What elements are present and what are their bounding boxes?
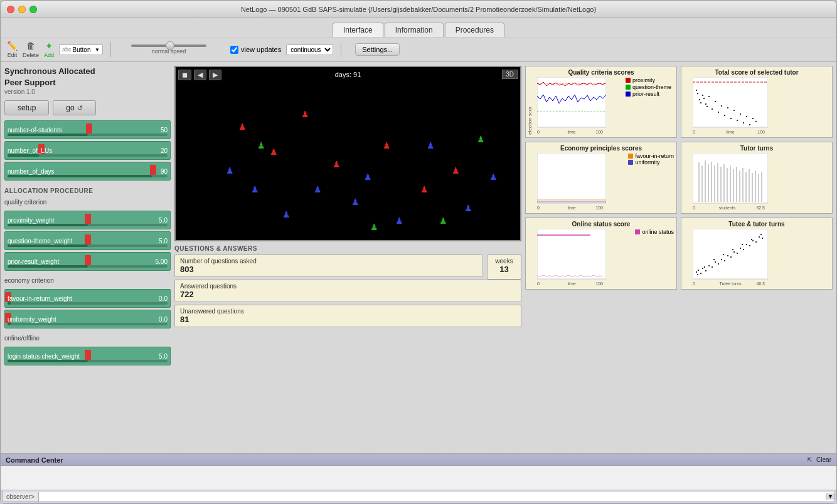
- go-button[interactable]: go ↺: [53, 100, 95, 115]
- add-button[interactable]: + Add: [44, 41, 54, 58]
- economy-label: economy criterion: [4, 277, 171, 284]
- tab-information[interactable]: Information: [385, 23, 444, 37]
- agent: ♟: [333, 159, 341, 169]
- num-questions-label: Number of questions asked: [180, 258, 477, 265]
- speed-slider[interactable]: [131, 45, 206, 47]
- delete-button[interactable]: 🗑 Delete: [23, 41, 39, 58]
- total-score-content: 275 0 0 time 100: [684, 77, 829, 135]
- svg-rect-96: [721, 259, 722, 260]
- answered-value: 722: [180, 290, 516, 299]
- svg-text:time: time: [567, 206, 575, 209]
- tab-interface[interactable]: Interface: [333, 23, 383, 37]
- edit-icon: ✏️: [7, 41, 18, 51]
- command-header: Command Center ⇱ Clear: [1, 454, 836, 466]
- economy-chart: Economy principles scores 25 0 0 time: [525, 142, 677, 214]
- toolbar-separator-2: [341, 42, 341, 57]
- minimize-button[interactable]: [18, 6, 26, 13]
- weeks-label: weeks: [493, 258, 516, 265]
- top-charts-row: Quality criteria scores election scor 55: [525, 66, 833, 138]
- svg-rect-91: [705, 270, 706, 271]
- continuous-select[interactable]: continuous: [286, 45, 333, 55]
- add-icon: +: [46, 41, 51, 51]
- svg-text:100: 100: [757, 130, 765, 134]
- legend-uniformity: uniformity: [628, 159, 674, 165]
- svg-rect-28: [737, 120, 738, 121]
- control-buttons: setup go ↺: [4, 100, 171, 115]
- quality-legend: proximity question-theme prior-result: [626, 77, 671, 135]
- weeks-value: 13: [493, 265, 516, 274]
- svg-text:time: time: [567, 281, 575, 285]
- traffic-lights: [7, 6, 37, 13]
- qa-title: QUESTIONS & ANSWERS: [174, 245, 521, 252]
- speed-thumb[interactable]: [166, 41, 174, 50]
- agent: ♟: [452, 165, 460, 176]
- tabs-bar: Interface Information Procedures: [1, 18, 836, 37]
- svg-rect-34: [755, 121, 757, 122]
- online-legend: online status: [635, 229, 674, 286]
- num-questions-value: 803: [180, 265, 477, 274]
- online-area: 55 0 0 time 100: [528, 229, 631, 286]
- legend-question-theme: question-theme: [626, 84, 671, 90]
- tab-procedures[interactable]: Procedures: [445, 23, 504, 37]
- svg-rect-31: [746, 116, 747, 117]
- agent: ♟: [270, 147, 278, 157]
- svg-rect-35: [697, 93, 698, 94]
- legend-online: online status: [635, 229, 674, 235]
- economy-legend: favour-in-return uniformity: [628, 153, 674, 211]
- main-sliders: number-of-students 50 number_of_LUs 20: [4, 120, 171, 182]
- svg-rect-115: [742, 244, 743, 245]
- setup-button[interactable]: setup: [4, 100, 49, 115]
- quality-label: quality criterion: [4, 199, 171, 206]
- edit-button[interactable]: ✏️ Edit: [7, 41, 18, 58]
- svg-rect-100: [733, 251, 735, 253]
- close-button[interactable]: [7, 6, 14, 13]
- simulation-view: ◼ ◀ ▶ days: 91 3D ♟ ♟ ♟ ♟ ♟ ♟ ♟ ♟: [174, 66, 521, 241]
- view-updates-checkbox[interactable]: [230, 46, 238, 54]
- agent: ♟: [489, 172, 498, 182]
- bottom-charts-row: Online status score 55 0 0 time 100: [525, 218, 833, 290]
- command-input[interactable]: [39, 491, 826, 501]
- tutor-turns-svg: 16.5 0 0 students 62.5: [693, 153, 768, 209]
- refresh-icon: ↺: [77, 104, 83, 112]
- svg-rect-16: [699, 99, 700, 100]
- tutor-turns-svg-wrapper: 16.5 0 0 students 62.5: [693, 153, 829, 211]
- legend-dot: [628, 160, 633, 165]
- legend-dot: [628, 154, 633, 159]
- widget-type-selector[interactable]: abc Button ▼: [59, 45, 103, 55]
- svg-rect-25: [727, 107, 728, 108]
- svg-rect-108: [759, 236, 760, 238]
- legend-prior-result: prior-result: [626, 91, 671, 97]
- svg-rect-88: [698, 270, 699, 271]
- left-panel: Synchronous AllocatedPeer Support versio…: [4, 66, 171, 449]
- svg-rect-36: [700, 102, 701, 103]
- maximize-button[interactable]: [29, 6, 37, 13]
- svg-text:students: students: [719, 206, 736, 209]
- command-center: Command Center ⇱ Clear observer> ▼: [1, 453, 836, 503]
- observer-label: observer>: [3, 492, 39, 501]
- command-scroll[interactable]: ▼: [826, 493, 834, 500]
- svg-text:100: 100: [595, 130, 603, 134]
- agents-canvas: ♟ ♟ ♟ ♟ ♟ ♟ ♟ ♟ ♟ ♟ ♟ ♟ ♟ ♟ ♟ ♟: [176, 67, 520, 240]
- svg-rect-107: [755, 241, 757, 243]
- svg-rect-97: [724, 260, 725, 261]
- unanswered-value: 81: [180, 315, 516, 324]
- svg-rect-117: [760, 234, 762, 235]
- legend-dot: [626, 78, 631, 83]
- clear-button[interactable]: Clear: [816, 456, 831, 463]
- app-window: NetLogo — 090501 GdB SAPS-simulatie {/Us…: [0, 0, 837, 504]
- total-score-chart: Total score of selected tutor 275 0 0 ti…: [681, 66, 833, 138]
- slider-favour: favour-in-return_weight 0.0: [4, 289, 171, 308]
- legend-dot: [626, 85, 631, 90]
- svg-rect-23: [721, 105, 722, 107]
- svg-rect-106: [752, 240, 754, 241]
- svg-rect-33: [752, 118, 754, 119]
- agent: ♟: [238, 122, 247, 132]
- speed-control: normal speed: [131, 45, 206, 55]
- slider-question-theme: question-theme_weight 5.0: [4, 231, 171, 250]
- slider-num-students: number-of-students 50: [4, 120, 171, 139]
- svg-text:0: 0: [537, 130, 540, 134]
- svg-rect-37: [703, 98, 705, 99]
- settings-button[interactable]: Settings...: [355, 43, 400, 56]
- cmd-expand-icon[interactable]: ⇱: [805, 456, 814, 464]
- tutor-turns-title: Tutor turns: [684, 145, 829, 152]
